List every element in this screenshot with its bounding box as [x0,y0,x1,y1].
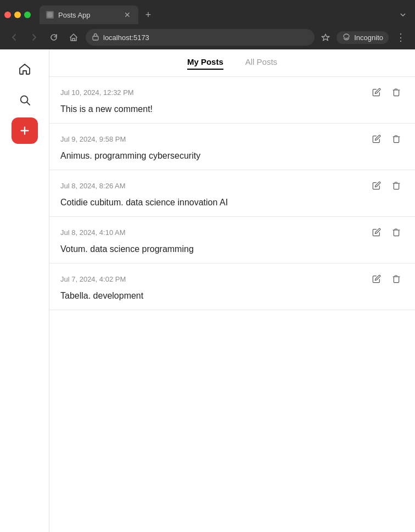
post-header: Jul 8, 2024, 8:26 AM [60,178,404,193]
post-date: Jul 8, 2024, 4:10 AM [60,228,126,237]
post-date: Jul 10, 2024, 12:32 PM [60,88,134,97]
incognito-icon [342,33,351,41]
post-title: Cotidie cubitum. data science innovation… [60,198,404,208]
post-item: Jul 8, 2024, 4:10 AM Votum. data science… [49,217,415,264]
bookmark-button[interactable] [319,31,332,44]
incognito-label: Incognito [354,33,383,42]
post-actions [369,85,404,100]
app-container: My Posts All Posts Jul 10, 2024, 12:32 P… [0,49,415,532]
window-controls [4,12,31,18]
delete-post-button[interactable] [389,178,404,193]
edit-post-button[interactable] [369,271,384,287]
delete-post-button[interactable] [389,131,404,147]
edit-post-button[interactable] [369,85,384,100]
delete-post-button[interactable] [389,271,404,287]
browser-tab[interactable]: Posts App ✕ [40,5,138,24]
reload-button[interactable] [46,30,61,45]
post-title: Animus. programming cybersecurity [60,151,404,161]
post-date: Jul 9, 2024, 9:58 PM [60,135,126,143]
delete-post-button[interactable] [389,85,404,100]
post-item: Jul 7, 2024, 4:02 PM Tabella. developmen… [49,264,415,310]
main-content: My Posts All Posts Jul 10, 2024, 12:32 P… [49,49,415,532]
tab-all-posts[interactable]: All Posts [245,57,277,70]
post-actions [369,178,404,193]
delete-post-button[interactable] [389,225,404,240]
post-item: Jul 9, 2024, 9:58 PM Animus. programming… [49,124,415,170]
tab-title: Posts App [58,11,119,19]
more-button[interactable]: ⋮ [393,30,408,45]
empty-post-area [49,310,415,382]
sidebar-item-home[interactable] [12,56,38,82]
home-button[interactable] [66,30,81,45]
address-text: localhost:5173 [103,33,149,42]
edit-post-button[interactable] [369,225,384,240]
post-date: Jul 8, 2024, 8:26 AM [60,182,126,190]
svg-rect-0 [47,12,53,18]
forward-button[interactable] [26,30,42,45]
sidebar-item-add[interactable] [12,117,38,144]
tab-my-posts[interactable]: My Posts [187,57,223,70]
post-header: Jul 10, 2024, 12:32 PM [60,85,404,100]
post-item: Jul 10, 2024, 12:32 PM This is a new com… [49,77,415,124]
browser-chrome: Posts App ✕ + localhost:5173 [0,0,415,49]
post-actions [369,271,404,287]
post-header: Jul 8, 2024, 4:10 AM [60,225,404,240]
sidebar [0,49,49,532]
close-window-button[interactable] [4,12,11,18]
post-title: Tabella. development [60,291,404,301]
tab-close-button[interactable]: ✕ [123,10,132,19]
sidebar-item-search[interactable] [12,87,38,113]
tab-expand-button[interactable] [395,7,411,23]
svg-point-2 [344,34,349,38]
address-bar[interactable]: localhost:5173 [86,29,315,46]
lock-icon [92,33,99,42]
incognito-button[interactable]: Incognito [337,31,389,44]
tab-favicon [46,11,54,19]
post-header: Jul 9, 2024, 9:58 PM [60,131,404,147]
maximize-window-button[interactable] [24,12,31,18]
edit-post-button[interactable] [369,131,384,147]
new-tab-button[interactable]: + [141,7,156,23]
post-item: Jul 8, 2024, 8:26 AM Cotidie cubitum. da… [49,170,415,217]
post-header: Jul 7, 2024, 4:02 PM [60,271,404,287]
post-title: This is a new comment! [60,104,404,114]
tabs-bar: My Posts All Posts [49,49,415,77]
post-actions [369,131,404,147]
nav-bar: localhost:5173 Incognito ⋮ [0,25,415,49]
back-button[interactable] [7,30,22,45]
minimize-window-button[interactable] [14,12,21,18]
edit-post-button[interactable] [369,178,384,193]
svg-line-4 [27,102,30,105]
post-list: Jul 10, 2024, 12:32 PM This is a new com… [49,77,415,532]
svg-rect-1 [93,36,98,40]
post-actions [369,225,404,240]
tab-bar: Posts App ✕ + [0,0,415,25]
post-date: Jul 7, 2024, 4:02 PM [60,275,126,283]
post-title: Votum. data science programming [60,244,404,254]
